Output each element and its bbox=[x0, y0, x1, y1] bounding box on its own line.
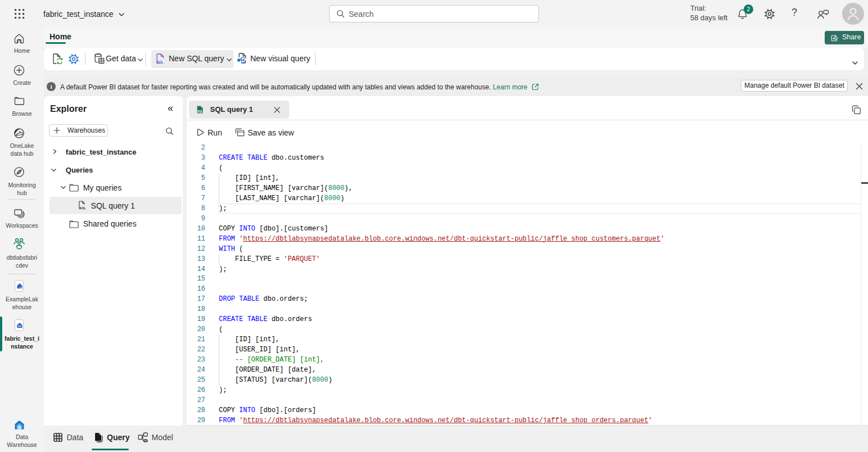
svg-text:SQL: SQL bbox=[156, 60, 163, 65]
svg-text:SQL: SQL bbox=[197, 110, 203, 113]
svg-text:SQL: SQL bbox=[79, 206, 86, 210]
